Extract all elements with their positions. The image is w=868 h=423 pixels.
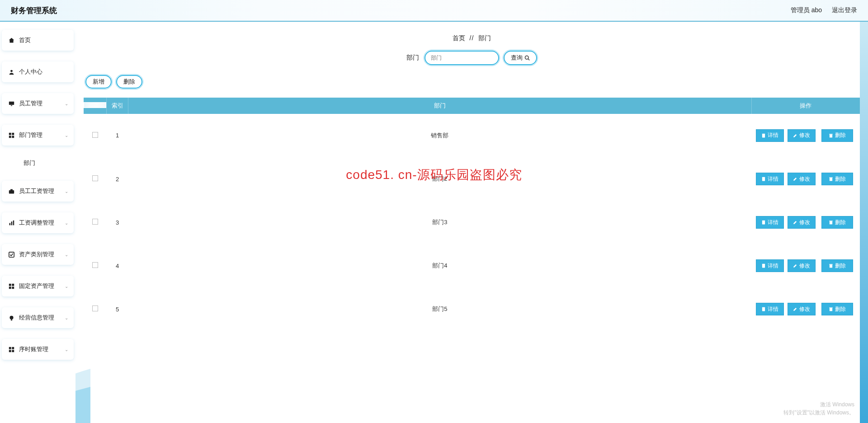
sidebar-item-salary[interactable]: 员工工资管理 ⌄ (2, 181, 74, 202)
row-delete-button[interactable]: 删除 (821, 129, 853, 142)
trash-icon (829, 220, 833, 225)
svg-point-23 (525, 56, 529, 60)
action-row: 新增 删除 (84, 75, 860, 89)
edit-button-label: 修改 (799, 132, 810, 139)
detail-button[interactable]: 详情 (756, 129, 784, 142)
trash-icon (829, 133, 833, 138)
svg-rect-32 (830, 221, 832, 225)
detail-button[interactable]: 详情 (756, 303, 784, 315)
edit-icon (793, 220, 797, 225)
sidebar-item-business-info[interactable]: 经营信息管理 ⌄ (2, 307, 74, 328)
logout-link[interactable]: 退出登录 (832, 6, 857, 14)
col-header-op: 操作 (751, 98, 860, 114)
edit-button[interactable]: 修改 (788, 216, 816, 229)
svg-rect-3 (9, 132, 11, 135)
svg-rect-1 (9, 101, 14, 104)
right-scrollbar-strip[interactable] (860, 22, 868, 423)
sidebar-item-label: 首页 (19, 36, 31, 44)
row-delete-button-label: 删除 (835, 175, 846, 183)
search-input[interactable] (431, 55, 493, 61)
sidebar-item-profile[interactable]: 个人中心 (2, 61, 74, 82)
edit-button-label: 修改 (799, 262, 810, 270)
table-row: 4部门4详情修改删除 (84, 244, 860, 287)
edit-button[interactable]: 修改 (788, 259, 816, 272)
edit-icon (793, 263, 797, 268)
sidebar-item-label: 资产类别管理 (19, 250, 54, 258)
sidebar-item-dept-mgmt[interactable]: 部门管理 ⌄ (2, 125, 74, 146)
dept-table: 索引 部门 操作 1销售部详情修改删除2部门2详情修改删除3部门3详情修改删除4… (84, 98, 860, 331)
sidebar-item-label: 经营信息管理 (19, 314, 54, 322)
grid-icon (8, 132, 14, 138)
cell-dept: 部门3 (128, 201, 752, 244)
cell-index: 1 (107, 114, 128, 157)
edit-button-label: 修改 (799, 306, 810, 313)
svg-point-17 (9, 315, 13, 319)
edit-button[interactable]: 修改 (788, 303, 816, 315)
sidebar-item-salary-adjust[interactable]: 工资调整管理 ⌄ (2, 212, 74, 233)
op-cell: 详情修改删除 (751, 212, 860, 232)
row-checkbox[interactable] (92, 219, 98, 225)
detail-button-label: 详情 (768, 219, 778, 226)
row-delete-button[interactable]: 删除 (821, 259, 853, 272)
sidebar-item-label: 员工工资管理 (19, 187, 54, 195)
op-cell: 详情修改删除 (751, 169, 860, 189)
svg-rect-31 (762, 221, 765, 225)
sidebar-item-label: 固定资产管理 (19, 282, 54, 290)
chevron-down-icon: ⌄ (65, 252, 68, 257)
row-delete-button[interactable]: 删除 (821, 303, 853, 315)
search-button[interactable]: 查询 (504, 51, 537, 65)
edit-button[interactable]: 修改 (788, 129, 816, 142)
detail-button[interactable]: 详情 (756, 259, 784, 272)
row-checkbox[interactable] (92, 132, 98, 138)
row-checkbox[interactable] (92, 175, 98, 181)
breadcrumb-current: 部门 (478, 34, 491, 42)
op-cell: 详情修改删除 (751, 256, 860, 276)
svg-point-0 (10, 70, 13, 72)
chevron-down-icon: ⌄ (65, 133, 68, 138)
sidebar-item-home[interactable]: 首页 (2, 30, 74, 51)
sidebar-item-label: 个人中心 (19, 68, 42, 76)
header: 财务管理系统 管理员 abo 退出登录 (0, 0, 868, 22)
chevron-down-icon: ⌄ (65, 284, 68, 289)
edit-button-label: 修改 (799, 175, 810, 183)
table-header-row: 索引 部门 操作 (84, 98, 860, 114)
row-delete-button[interactable]: 删除 (821, 216, 853, 229)
breadcrumb-home[interactable]: 首页 (453, 34, 465, 42)
svg-rect-10 (11, 221, 12, 225)
edit-button[interactable]: 修改 (788, 173, 816, 185)
svg-rect-37 (762, 307, 765, 311)
sidebar-item-employee[interactable]: 员工管理 ⌄ (2, 93, 74, 114)
chevron-down-icon: ⌄ (65, 221, 68, 226)
detail-button[interactable]: 详情 (756, 173, 784, 185)
sidebar-item-asset-type[interactable]: 资产类别管理 ⌄ (2, 244, 74, 265)
sidebar-item-label: 部门 (24, 159, 35, 167)
table-row: 3部门3详情修改删除 (84, 201, 860, 244)
add-button[interactable]: 新增 (85, 75, 112, 89)
home-icon (8, 37, 14, 43)
sidebar: 首页 个人中心 员工管理 ⌄ 部门管理 ⌄ 部门 员工工资管理 ⌄ 工资调整管理 (0, 22, 75, 423)
table-row: 2部门2详情修改删除 (84, 157, 860, 201)
trash-icon (829, 177, 833, 181)
svg-rect-22 (12, 350, 14, 352)
row-delete-button[interactable]: 删除 (821, 173, 853, 185)
sidebar-item-dept[interactable]: 部门 (2, 156, 74, 170)
svg-line-24 (528, 59, 529, 60)
admin-label[interactable]: 管理员 abo (791, 6, 822, 14)
grid-icon (8, 346, 14, 352)
row-checkbox[interactable] (92, 262, 98, 268)
document-icon (761, 133, 766, 138)
col-header-dept: 部门 (128, 98, 752, 114)
user-icon (8, 69, 14, 75)
sidebar-item-journal[interactable]: 序时账管理 ⌄ (2, 339, 74, 360)
op-cell: 详情修改删除 (751, 299, 860, 319)
op-cell: 详情修改删除 (751, 126, 860, 146)
sidebar-item-fixed-asset[interactable]: 固定资产管理 ⌄ (2, 276, 74, 296)
svg-rect-25 (762, 133, 765, 137)
system-title: 财务管理系统 (11, 5, 57, 16)
delete-button[interactable]: 删除 (116, 75, 142, 89)
detail-button[interactable]: 详情 (756, 216, 784, 229)
select-all-checkbox[interactable] (84, 102, 106, 108)
document-icon (761, 177, 766, 181)
document-icon (761, 307, 766, 311)
row-checkbox[interactable] (92, 306, 98, 311)
